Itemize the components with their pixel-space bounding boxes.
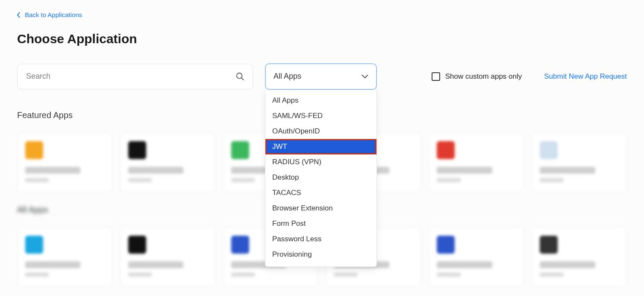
show-custom-apps-toggle[interactable]: Show custom apps only: [432, 72, 522, 81]
filter-option-oauth-openid[interactable]: OAuth/OpenID: [265, 124, 376, 139]
app-card[interactable]: [429, 132, 524, 192]
filter-select[interactable]: All Apps: [265, 63, 377, 90]
checkbox-icon: [432, 72, 440, 81]
filter-option-jwt[interactable]: JWT: [265, 139, 376, 154]
app-card[interactable]: [429, 227, 524, 287]
app-card[interactable]: [120, 132, 215, 192]
app-card[interactable]: [532, 132, 627, 192]
filter-option-provisioning[interactable]: Provisioning: [265, 247, 376, 262]
show-custom-label: Show custom apps only: [445, 72, 522, 81]
back-label: Back to Applications: [25, 11, 82, 18]
filter-option-tacacs[interactable]: TACACS: [265, 185, 376, 201]
chevron-left-icon: [17, 12, 21, 18]
filter-selected-label: All Apps: [273, 72, 301, 81]
filter-option-browser-extension[interactable]: Browser Extension: [265, 201, 376, 216]
svg-point-0: [237, 73, 242, 78]
svg-line-1: [241, 77, 244, 80]
search-box[interactable]: [17, 64, 253, 89]
back-to-applications-link[interactable]: Back to Applications: [17, 11, 82, 18]
search-input[interactable]: [25, 71, 235, 81]
filter-option-saml-ws-fed[interactable]: SAML/WS-FED: [265, 108, 376, 124]
page-title: Choose Application: [17, 32, 627, 46]
app-card[interactable]: [120, 227, 215, 287]
filter-option-all-apps[interactable]: All Apps: [265, 93, 376, 108]
filter-option-form-post[interactable]: Form Post: [265, 216, 376, 231]
filter-dropdown: All AppsSAML/WS-FEDOAuth/OpenIDJWTRADIUS…: [265, 90, 377, 267]
chevron-down-icon: [362, 74, 368, 79]
submit-new-app-request-link[interactable]: Submit New App Request: [544, 72, 627, 81]
filter-option-password-less[interactable]: Password Less: [265, 231, 376, 247]
filter-option-radius-vpn-[interactable]: RADIUS (VPN): [265, 154, 376, 170]
filter-option-desktop[interactable]: Desktop: [265, 170, 376, 185]
app-card[interactable]: [532, 227, 627, 287]
app-card[interactable]: [17, 227, 112, 287]
app-card[interactable]: [17, 132, 112, 192]
search-icon: [235, 72, 245, 81]
